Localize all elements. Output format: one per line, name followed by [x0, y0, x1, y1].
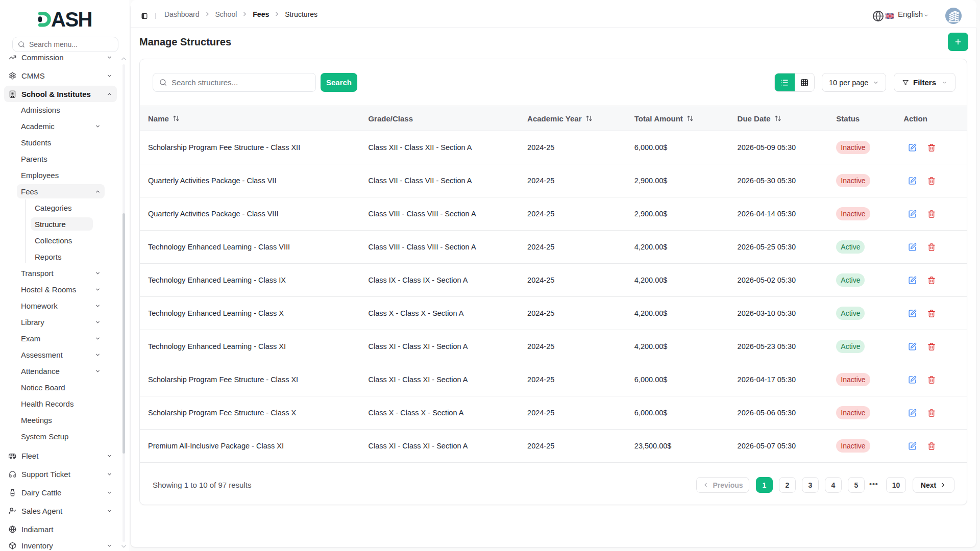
svg-text:ASH: ASH — [51, 11, 92, 31]
